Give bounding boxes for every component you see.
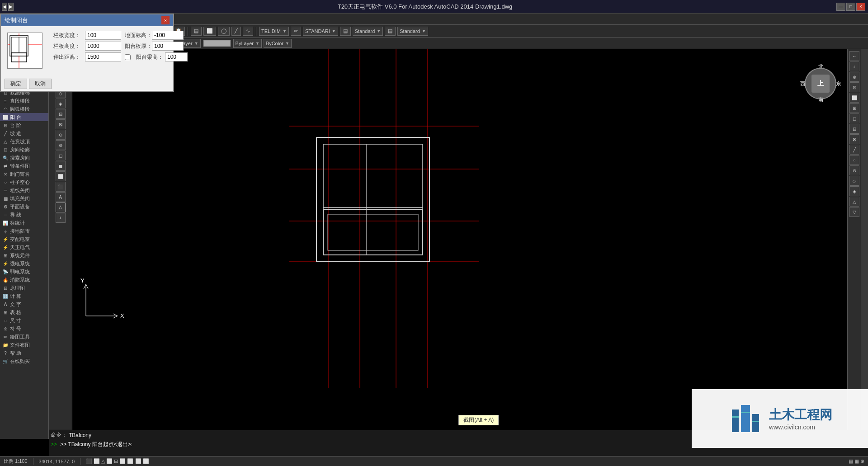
standard-dropdown3[interactable]: Standard ▼ [397,27,428,36]
sidebar-item-step[interactable]: ⊟ 台 阶 [0,121,48,129]
tb-draw1[interactable]: ▤ [191,27,202,36]
sidebar-item-symbol[interactable]: ※ 符 号 [0,325,48,333]
sec-icon-14[interactable]: ◼ [56,161,66,171]
banhou-input[interactable] [152,42,184,51]
sidebar-item-substation[interactable]: ⚡ 变配电室 [0,235,48,243]
standard-dropdown2[interactable]: Standard ▼ [353,27,383,36]
status-bar: 比例 1:100 34014, 11577, 0 ⬛ ⬜ △ ⬜ ⊞ ⬜ ⬜ ⬜… [0,456,868,466]
rt-icon-3[interactable]: ⊕ [849,72,859,82]
canvas-area[interactable]: X Y 截图(Alt + A) [72,49,861,430]
sidebar-item-elec[interactable]: ⚡ 天正电气 [0,243,48,251]
minimize-btn[interactable]: — [836,3,845,11]
sec-icon-11[interactable]: ⊙ [56,130,66,140]
sec-icon-18[interactable]: A [56,202,66,212]
tb-tel-icon[interactable]: ✏ [291,27,301,36]
tb-std-icon[interactable]: ▤ [340,27,351,36]
calc-icon: 🔢 [2,292,9,300]
standard-dropdown1[interactable]: STANDARI ▼ [303,27,338,36]
tb-draw2[interactable]: ⬜ [203,27,216,36]
sec-icon-9[interactable]: ⊟ [56,109,66,119]
sidebar-item-wire[interactable]: ─ 导 线 [0,211,48,219]
yangao-input[interactable] [165,52,188,61]
rt-icon-2[interactable]: ↕ [849,61,859,71]
sidebar-item-drawtool[interactable]: ✏ 绘图工具 [0,333,48,341]
nav-back-btn[interactable]: ◀ [2,3,7,11]
sidebar-item-fire[interactable]: 🔥 消防系统 [0,276,48,284]
sidebar-item-stat[interactable]: 📊 标统计 [0,219,48,227]
tb-draw3[interactable]: ◯ [218,27,230,36]
rt-icon-10[interactable]: ╱ [849,145,859,155]
sidebar-item-delete-door[interactable]: ✕ 删门窗名 [0,170,48,178]
equip-icon: ⚙ [2,203,9,210]
right-scrollbar[interactable] [861,49,868,430]
sidebar-item-table[interactable]: ⊞ 表 格 [0,308,48,316]
sec-icon-12[interactable]: ⊚ [56,140,66,150]
watermark: 土木工程网 www.civilcn.com [692,389,868,448]
sec-icon-15[interactable]: ⬜ [56,171,66,181]
rt-icon-7[interactable]: ◻ [849,113,859,123]
rt-icon-12[interactable]: ⊙ [849,165,859,175]
sidebar-item-text[interactable]: A 文 字 [0,300,48,308]
yangao-checkbox[interactable] [125,54,131,60]
sidebar-item-ground[interactable]: ⏚ 接地防雷 [0,227,48,235]
dialog-close-btn[interactable]: × [161,16,170,24]
sidebar-item-calc[interactable]: 🔢 计 算 [0,292,48,300]
tel-dim-dropdown[interactable]: TEL DIM ▼ [259,27,289,36]
rt-icon-11[interactable]: ○ [849,155,859,165]
rt-icon-14[interactable]: ◈ [849,186,859,196]
shenjin-input[interactable] [85,52,121,61]
sidebar-item-component[interactable]: ⊞ 系统元件 [0,251,48,259]
rt-icon-6[interactable]: ⊞ [849,103,859,113]
wire-icon: ─ [2,211,9,218]
rt-icon-5[interactable]: ⬜ [849,93,859,103]
bycolor-dropdown[interactable]: ByColor ▼ [264,39,292,48]
dialog-ok-btn[interactable]: 确定 [5,79,27,89]
sec-icon-19[interactable]: + [56,213,66,223]
sidebar-item-dimension[interactable]: ↔ 尺 寸 [0,316,48,325]
nav-fwd-btn[interactable]: ▶ [8,3,14,11]
sidebar-item-convert[interactable]: ⇄ 转条件图 [0,162,48,170]
lanban-height-input[interactable] [85,42,121,51]
sidebar-item-help[interactable]: ? 帮 助 [0,349,48,357]
bylayer3-dropdown[interactable]: ByLayer ▼ [233,39,262,48]
sidebar-item-weak[interactable]: 📡 弱电系统 [0,268,48,276]
sidebar-item-fill-off[interactable]: ▩ 填充关闭 [0,194,48,202]
rt-icon-16[interactable]: ▽ [849,207,859,217]
sidebar-item-thick-off[interactable]: ═ 粗线关闭 [0,186,48,194]
rt-icon-1[interactable]: ↔ [849,51,859,61]
rt-icon-13[interactable]: ◇ [849,176,859,186]
sidebar-item-balcony[interactable]: ⬜ 阳 台 [0,113,48,121]
sidebar-item-search-room[interactable]: 🔍 搜索房间 [0,154,48,162]
rt-icon-4[interactable]: ⊡ [849,82,859,92]
sec-icon-13[interactable]: ◻ [56,151,66,160]
maximize-btn[interactable]: □ [846,3,855,11]
sec-icon-8[interactable]: ◈ [56,99,66,108]
title-bar: ◀ ▶ T20天正电气软件 V6.0 For Autodesk AutoCAD … [0,0,868,14]
sidebar-item-diagram[interactable]: ⊟ 原理图 [0,284,48,292]
sec-icon-17[interactable]: A [56,192,66,202]
sidebar-item-roof[interactable]: △ 任意坡顶 [0,137,48,146]
sec-icon-10[interactable]: ⊠ [56,119,66,129]
sidebar-item-stair-straight[interactable]: ≡ 直段楼段 [0,97,48,105]
close-btn[interactable]: × [856,3,865,11]
lanban-width-input[interactable] [85,31,121,40]
dialog-cancel-btn[interactable]: 取消 [29,79,52,89]
dimian-input[interactable] [152,31,184,40]
sidebar-item-buy[interactable]: 🛒 在线购买 [0,357,48,365]
tb-draw5[interactable]: ∿ [243,27,253,36]
sidebar-item-ramp[interactable]: ╱ 坡 道 [0,129,48,137]
sec-icon-16[interactable]: ⬛ [56,182,66,192]
grid-btn[interactable]: ⬛ ⬜ △ ⬜ ⊞ ⬜ ⬜ ⬜ ⬜ [84,458,151,464]
sidebar-item-strong[interactable]: ⚡ 强电系统 [0,259,48,268]
sidebar-item-room-gallery[interactable]: ⊡ 房间论廊 [0,146,48,154]
sidebar-item-stair-arc[interactable]: ◠ 圆弧楼段 [0,105,48,113]
sidebar-item-filemap[interactable]: 📁 文件布图 [0,341,48,349]
help-icon: ? [2,349,9,357]
rt-icon-15[interactable]: △ [849,197,859,207]
tb-draw4[interactable]: ╱ [231,27,241,36]
sidebar-item-hollow[interactable]: ○ 柱子空心 [0,178,48,186]
tb-std2-icon[interactable]: ▤ [385,27,396,36]
rt-icon-9[interactable]: ⊠ [849,134,859,144]
rt-icon-8[interactable]: ⊟ [849,124,859,134]
sidebar-item-equip[interactable]: ⚙ 平面设备 [0,202,48,211]
